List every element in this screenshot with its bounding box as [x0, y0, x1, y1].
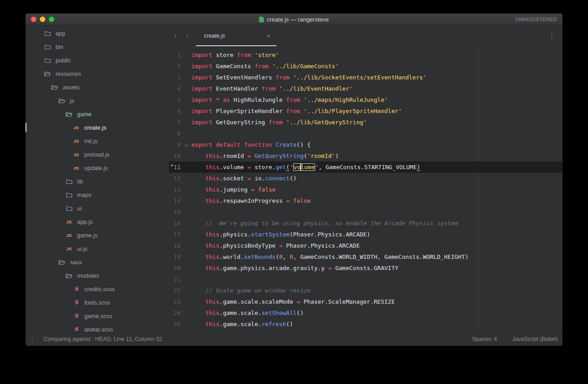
main-area: appbinpublicresourcesassetsjsgameJScreat… [26, 26, 562, 332]
fold-chevron-icon[interactable] [185, 143, 189, 147]
code-line-15[interactable]: 15 [169, 206, 562, 218]
tree-item-label: lib [77, 178, 83, 185]
tab-bar: ‹ › create.js × ⋮ [169, 26, 562, 46]
code-line-5[interactable]: 5import * as HighRuleJungle from '../map… [169, 94, 562, 105]
code-line-2[interactable]: 2import GameConsts from '../lib/GameCons… [169, 61, 562, 72]
tab-create-js[interactable]: create.js × [196, 26, 277, 46]
tree-item-label: fonts.scss [84, 299, 110, 306]
line-number: 4 [169, 83, 191, 94]
line-number: 12 [169, 173, 191, 184]
code-line-8[interactable]: 8 [169, 128, 562, 139]
nav-back-button[interactable]: ‹ [174, 26, 177, 46]
line-number: 7 [169, 117, 191, 128]
code-line-18[interactable]: 18 this.physicsBodyType = Phaser.Physics… [169, 240, 562, 251]
code-line-17[interactable]: 17 this.physics.startSystem(Phaser.Physi… [169, 229, 562, 240]
tree-item-update-js[interactable]: JSupdate.js [26, 161, 169, 175]
line-number: 22 [169, 285, 191, 296]
file-icon [259, 17, 264, 22]
tree-item-assets[interactable]: assets [26, 80, 169, 94]
javascript-file-icon: JS [65, 219, 73, 224]
code-line-20[interactable]: 20 this.game.physics.arcade.gravity.y = … [169, 262, 562, 274]
sass-file-icon: S [72, 286, 80, 292]
indentation-setting[interactable]: Spaces: 4 [472, 336, 497, 342]
line-number: 24 [169, 307, 191, 319]
line-number: 2 [169, 61, 191, 72]
tree-item-game-scss[interactable]: Sgame.scss [26, 309, 169, 323]
code-line-9[interactable]: 9export default function Create() { [169, 139, 562, 150]
code-line-14[interactable]: 14 this.respawnInProgress = false [169, 195, 562, 206]
code-line-16[interactable]: 16 // We're going to be using physics, s… [169, 218, 562, 229]
line-number: 19 [169, 251, 191, 262]
code-line-text: this.game.physics.arcade.gravity.y = Gam… [191, 262, 562, 274]
code-line-10[interactable]: 10 this.roomId = GetQueryString('roomId'… [169, 150, 562, 161]
minimize-window-button[interactable] [40, 17, 45, 22]
status-text: Comparing against : HEAD, Line 11, Colum… [43, 336, 162, 342]
tree-item-game-js[interactable]: JSgame.js [26, 228, 169, 242]
code-line-22[interactable]: 22 // Scale game on window resize [169, 285, 562, 296]
tree-item-ui[interactable]: ui [26, 201, 169, 215]
code-line-23[interactable]: 23 this.game.scale.scaleMode = Phaser.Sc… [169, 296, 562, 307]
tree-item-label: game.js [77, 232, 98, 239]
code-line-19[interactable]: 19 this.world.setBounds(0, 0, GameConsts… [169, 251, 562, 262]
tree-item-sass[interactable]: sass [26, 255, 169, 269]
zoom-window-button[interactable] [49, 17, 54, 22]
status-bar: ⋮ Comparing against : HEAD, Line 11, Col… [26, 332, 562, 346]
tree-item-game[interactable]: game [26, 107, 169, 121]
tree-item-app-js[interactable]: JSapp.js [26, 215, 169, 228]
code-line-text: import * as HighRuleJungle from '../maps… [191, 94, 562, 105]
tree-item-init-js[interactable]: JSinit.js [26, 134, 169, 148]
line-number: 18 [169, 240, 191, 251]
tree-item-modules[interactable]: modules [26, 269, 169, 282]
code-line-text: this.jumping = false [191, 184, 562, 195]
tree-item-label: public [56, 57, 71, 64]
line-number: 1 [169, 49, 191, 61]
code-line-text: import store from 'store' [191, 49, 562, 61]
code-line-3[interactable]: 3import SetEventHandlers from '../lib/So… [169, 72, 562, 83]
code-area[interactable]: 1import store from 'store'2import GameCo… [169, 46, 562, 332]
code-line-7[interactable]: 7import GetQueryString from '../lib/GetQ… [169, 117, 562, 128]
tree-item-label: js [70, 97, 74, 104]
javascript-file-icon: JS [72, 125, 80, 130]
tree-item-app[interactable]: app [26, 26, 169, 40]
line-number: 21 [169, 274, 191, 285]
tree-item-label: ui.js [77, 245, 87, 252]
tree-item-global-scss[interactable]: Sglobal.scss [26, 323, 169, 332]
nav-forward-button[interactable]: › [186, 26, 189, 46]
tree-item-resources[interactable]: resources [26, 67, 169, 80]
syntax-setting[interactable]: JavaScript (Babel) [512, 336, 558, 342]
code-line-24[interactable]: 24 this.game.scale.setShowAll() [169, 307, 562, 319]
code-line-12[interactable]: 12 this.socket = io.connect() [169, 173, 562, 184]
tree-item-public[interactable]: public [26, 53, 169, 67]
line-number: 20 [169, 262, 191, 274]
code-line-text [191, 274, 562, 285]
code-line-13[interactable]: 13 this.jumping = false [169, 184, 562, 195]
tree-item-maps[interactable]: maps [26, 188, 169, 201]
status-menu-icon[interactable]: ⋮ [29, 336, 34, 343]
code-line-1[interactable]: 1import store from 'store' [169, 49, 562, 61]
line-number: 9 [169, 139, 191, 150]
code-line-text: this.respawnInProgress = false [191, 195, 562, 206]
close-window-button[interactable] [31, 17, 36, 22]
text-caret [300, 164, 301, 170]
tab-close-icon[interactable]: × [267, 33, 270, 39]
tree-item-bin[interactable]: bin [26, 40, 169, 53]
tree-item-lib[interactable]: lib [26, 175, 169, 188]
line-number: 16 [169, 218, 191, 229]
tree-item-credits-scss[interactable]: Scredits.scss [26, 282, 169, 296]
code-line-11[interactable]: 11” this.volume = store.get('volume', Ga… [169, 161, 562, 173]
tree-item-create-js[interactable]: JScreate.js [26, 121, 169, 134]
code-line-4[interactable]: 4import EventHandler from '../lib/EventH… [169, 83, 562, 94]
code-line-21[interactable]: 21 [169, 274, 562, 285]
code-line-25[interactable]: 25 this.game.scale.refresh() [169, 319, 562, 330]
tree-item-preload-js[interactable]: JSpreload.js [26, 148, 169, 161]
tree-item-label: credits.scss [84, 286, 115, 292]
javascript-file-icon: JS [65, 233, 73, 238]
code-line-6[interactable]: 6import PlayerSpriteHandler from '../lib… [169, 105, 562, 117]
code-line-text: this.world.setBounds(0, 0, GameConsts.WO… [191, 251, 562, 262]
tree-item-ui-js[interactable]: JSui.js [26, 242, 169, 255]
tree-item-js[interactable]: js [26, 94, 169, 107]
tree-item-fonts-scss[interactable]: Sfonts.scss [26, 296, 169, 309]
line-number: 23 [169, 296, 191, 307]
overflow-menu-icon[interactable]: ⋮ [549, 26, 555, 46]
tree-item-label: assets [63, 84, 80, 91]
